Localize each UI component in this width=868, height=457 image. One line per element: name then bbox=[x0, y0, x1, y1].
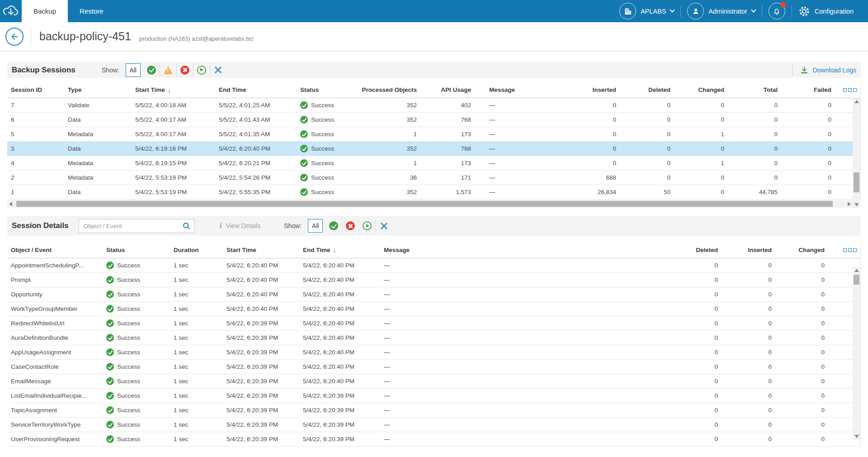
changed-cell: 0 bbox=[772, 334, 825, 341]
scroll-up-icon[interactable] bbox=[854, 100, 859, 103]
column-header-status[interactable]: Status bbox=[103, 247, 170, 253]
clear-filter-button[interactable] bbox=[210, 63, 226, 77]
column-header-failed[interactable]: Failed bbox=[778, 86, 831, 93]
filter-running-button[interactable] bbox=[359, 219, 375, 233]
view-details-label: View Details bbox=[226, 222, 260, 229]
api-cell: 173 bbox=[417, 131, 471, 138]
column-header-label: Object / Event bbox=[11, 247, 52, 253]
changed-cell: 0 bbox=[772, 291, 825, 298]
user-menu[interactable]: Administrator bbox=[681, 3, 761, 19]
clear-filter-button[interactable] bbox=[376, 219, 392, 233]
table-row[interactable]: 1Data5/4/22, 5:53:19 PM5/4/22, 5:55:35 P… bbox=[7, 185, 860, 200]
inserted-cell: 688 bbox=[561, 174, 616, 181]
column-header-duration[interactable]: Duration bbox=[170, 247, 223, 253]
column-chooser-button[interactable] bbox=[831, 88, 860, 92]
filter-success-button[interactable] bbox=[326, 219, 342, 233]
chevron-down-icon bbox=[751, 7, 756, 12]
configuration-button[interactable]: Configuration bbox=[792, 5, 860, 17]
object-event-search-input[interactable] bbox=[79, 219, 194, 233]
table-row[interactable]: CaseContactRoleSuccess1 sec5/4/22, 6:20:… bbox=[7, 360, 860, 374]
failed-cell: 0 bbox=[778, 131, 831, 138]
column-header-inserted[interactable]: Inserted bbox=[718, 247, 772, 253]
start-cell: 5/4/22, 6:20:39 PM bbox=[223, 436, 299, 443]
table-row[interactable]: ServiceTerritoryWorkTypeSuccess1 sec5/4/… bbox=[7, 418, 860, 432]
back-button[interactable] bbox=[5, 28, 24, 46]
filter-success-button[interactable] bbox=[143, 63, 160, 77]
scroll-right-icon[interactable] bbox=[848, 202, 851, 206]
table-row[interactable]: 3Data5/4/22, 6:19:16 PM5/4/22, 6:20:40 P… bbox=[7, 142, 860, 156]
filter-warning-button[interactable] bbox=[160, 63, 176, 77]
column-header-total[interactable]: Total bbox=[724, 86, 778, 93]
table-row[interactable]: AppointmentSchedulingP...Success1 sec5/4… bbox=[7, 258, 860, 273]
table-row[interactable]: 6Data5/5/22, 4:00:17 AM5/5/22, 4:01:43 A… bbox=[7, 113, 860, 127]
column-header-start-time[interactable]: Start Time bbox=[223, 247, 299, 253]
org-selector[interactable]: APLABS bbox=[613, 3, 680, 19]
filter-error-button[interactable] bbox=[342, 219, 359, 233]
column-header-deleted[interactable]: Deleted bbox=[616, 86, 670, 93]
table-row[interactable]: WorkTypeGroupMemberSuccess1 sec5/4/22, 6… bbox=[7, 302, 860, 316]
column-header-object-event[interactable]: Object / Event bbox=[7, 247, 103, 253]
scrollbar-thumb[interactable] bbox=[854, 172, 859, 192]
table-row[interactable]: AppUsageAssignmentSuccess1 sec5/4/22, 6:… bbox=[7, 345, 860, 360]
column-header-start-time[interactable]: Start Time↓ bbox=[132, 86, 215, 94]
table-row[interactable]: ListEmailIndividualRecipie...Success1 se… bbox=[7, 389, 860, 403]
column-header-processed-objects[interactable]: Processed Objects bbox=[363, 86, 417, 93]
column-header-changed[interactable]: Changed bbox=[670, 86, 724, 93]
table-row[interactable]: AuraDefinitionBundleSuccess1 sec5/4/22, … bbox=[7, 331, 860, 345]
table-row[interactable]: 7Validate5/5/22, 4:00:18 AM5/5/22, 4:01:… bbox=[7, 98, 860, 113]
backup-sessions-vertical-scrollbar[interactable] bbox=[853, 98, 860, 208]
column-header-end-time[interactable]: End Time↓ bbox=[299, 247, 380, 254]
table-row[interactable]: TopicAssignmentSuccess1 sec5/4/22, 6:20:… bbox=[7, 403, 860, 418]
filter-all-button[interactable]: All bbox=[126, 63, 141, 77]
table-row[interactable]: UserProvisioningRequestSuccess1 sec5/4/2… bbox=[7, 432, 860, 447]
table-row[interactable]: RedirectWhitelistUrlSuccess1 sec5/4/22, … bbox=[7, 316, 860, 331]
tab-backup[interactable]: Backup bbox=[22, 0, 68, 22]
failed-cell: 0 bbox=[778, 116, 831, 123]
column-header-api-usage[interactable]: API Usage bbox=[417, 86, 471, 93]
status-label: Success bbox=[117, 363, 140, 370]
scrollbar-thumb[interactable] bbox=[854, 275, 859, 285]
table-row[interactable]: 5Metadata5/5/22, 4:00:17 AM5/5/22, 4:01:… bbox=[7, 127, 860, 142]
filter-running-button[interactable] bbox=[193, 63, 210, 77]
column-chooser-button[interactable] bbox=[825, 248, 860, 252]
column-header-message[interactable]: Message bbox=[380, 247, 613, 253]
app-logo[interactable] bbox=[0, 0, 22, 22]
message-cell: — bbox=[471, 145, 561, 152]
status-cell: Success bbox=[297, 116, 363, 124]
table-row[interactable]: OpportunitySuccess1 sec5/4/22, 6:20:40 P… bbox=[7, 287, 860, 302]
backup-sessions-horizontal-scrollbar[interactable] bbox=[7, 200, 853, 208]
scroll-down-icon[interactable] bbox=[854, 435, 859, 438]
column-header-type[interactable]: Type bbox=[64, 86, 132, 93]
scroll-left-icon[interactable] bbox=[9, 202, 12, 206]
notifications-button[interactable] bbox=[762, 3, 792, 19]
column-header-deleted[interactable]: Deleted bbox=[613, 247, 718, 253]
scrollbar-thumb[interactable] bbox=[16, 201, 833, 207]
column-header-end-time[interactable]: End Time bbox=[215, 86, 297, 93]
view-details-button[interactable]: i View Details bbox=[220, 221, 261, 230]
backup-sessions-title: Backup Sessions bbox=[12, 66, 75, 75]
filter-all-button[interactable]: All bbox=[308, 219, 323, 233]
show-label: Show: bbox=[284, 222, 302, 229]
column-header-changed[interactable]: Changed bbox=[772, 247, 825, 253]
scroll-up-icon[interactable] bbox=[854, 269, 859, 272]
object-cell: ServiceTerritoryWorkType bbox=[7, 421, 103, 428]
column-header-session-id[interactable]: Session ID bbox=[7, 86, 64, 93]
duration-cell: 1 sec bbox=[170, 436, 223, 443]
scroll-down-icon[interactable] bbox=[854, 203, 859, 206]
table-row[interactable]: 4Metadata5/4/22, 6:19:15 PM5/4/22, 6:20:… bbox=[7, 156, 860, 171]
type-cell: Metadata bbox=[64, 174, 132, 181]
column-header-message[interactable]: Message bbox=[471, 86, 561, 93]
tab-restore[interactable]: Restore bbox=[68, 0, 115, 22]
table-row[interactable]: 2Metadata5/4/22, 5:53:19 PM5/4/22, 5:54:… bbox=[7, 171, 860, 185]
download-logs-link[interactable]: Download Logs bbox=[800, 66, 856, 74]
id-cell: 7 bbox=[7, 102, 64, 109]
filter-error-button[interactable] bbox=[177, 63, 193, 77]
table-row[interactable]: PromptSuccess1 sec5/4/22, 6:20:40 PM5/4/… bbox=[7, 273, 860, 287]
success-icon bbox=[300, 145, 308, 152]
failed-cell: 0 bbox=[778, 189, 831, 195]
session-details-vertical-scrollbar[interactable] bbox=[853, 267, 860, 440]
table-row[interactable]: EmailMessageSuccess1 sec5/4/22, 6:20:39 … bbox=[7, 374, 860, 389]
column-header-inserted[interactable]: Inserted bbox=[561, 86, 616, 93]
column-header-status[interactable]: Status bbox=[297, 86, 363, 93]
search-icon[interactable] bbox=[182, 222, 191, 232]
